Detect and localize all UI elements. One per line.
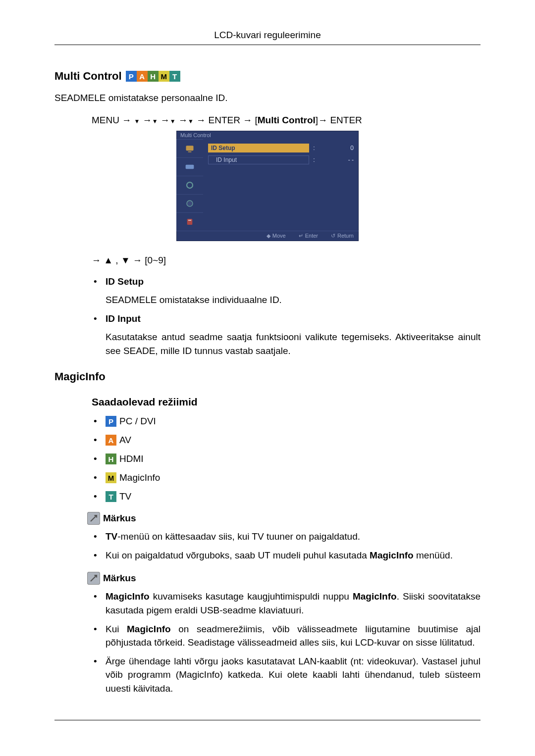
- multi-control-items: ID Setup SEADMELE omistatakse individuaa…: [92, 275, 481, 358]
- note1-mi-pre: Kui on paigaldatud võrguboks, saab UT mu…: [106, 550, 370, 560]
- osd-id-setup-value: 0: [319, 145, 354, 151]
- list-item: T TV: [92, 491, 481, 502]
- arrow-icon: →: [160, 115, 170, 126]
- path-prefix: MENU →: [92, 115, 131, 125]
- mode-list: P PC / DVI A AV H HDMI M MagicInfo T TV: [92, 416, 481, 502]
- badge-a-icon: A: [106, 435, 116, 446]
- section-title-text: Multi Control: [54, 70, 122, 83]
- osd-main: ID Setup : 0 ID Input : - -: [203, 139, 359, 231]
- note1-tv-rest: -menüü on kättesaadav siis, kui TV tuune…: [117, 531, 360, 542]
- badge-t-icon: T: [106, 491, 116, 502]
- svg-point-3: [187, 182, 193, 188]
- list-item: H HDMI: [92, 454, 481, 464]
- osd-row-id-setup: ID Setup : 0: [208, 142, 354, 154]
- note2-0-b1: MagicInfo: [106, 591, 150, 602]
- id-input-desc: Kasutatakse antud seadme saatja funktsio…: [106, 330, 481, 357]
- osd-row-id-input: ID Input : - -: [208, 154, 354, 166]
- mode-pc-dvi-label: PC / DVI: [119, 416, 156, 427]
- mode-hdmi-label: HDMI: [119, 454, 144, 464]
- note-icon: [87, 512, 100, 525]
- list-item: ID Input Kasutatakse antud seadme saatja…: [92, 312, 481, 358]
- notes-list-2: MagicInfo kuvamiseks kasutage kaugjuhtim…: [92, 590, 481, 695]
- arrow-icon: →: [178, 115, 188, 126]
- svg-rect-0: [186, 146, 194, 151]
- nav-range: → ▲ , ▼ → [0~9]: [92, 255, 481, 266]
- list-item: TV-menüü on kättesaadav siis, kui TV tuu…: [92, 530, 481, 544]
- badge-h-icon: H: [148, 71, 159, 82]
- notes-list-1: TV-menüü on kättesaadav siis, kui TV tuu…: [92, 530, 481, 562]
- note-icon: [87, 572, 100, 585]
- note1-tv-bold: TV: [106, 531, 117, 542]
- page-header: LCD-kuvari reguleerimine: [54, 30, 481, 45]
- badge-h-icon: H: [106, 454, 116, 464]
- note-heading-2: Märkus: [87, 572, 481, 585]
- path-enter1: → ENTER → [: [196, 115, 258, 125]
- section-multi-control-title: Multi Control P A H M T: [54, 70, 481, 83]
- osd-footer-return: Return: [331, 233, 354, 239]
- section-magicinfo-title: MagicInfo: [54, 370, 481, 383]
- note2-1-pre: Kui: [106, 624, 127, 634]
- multi-control-intro: SEADMELE omistatakse personaalne ID.: [54, 92, 481, 105]
- down-arrow-icon: [188, 115, 194, 125]
- footer-rule: [54, 720, 481, 720]
- magicinfo-title-text: MagicInfo: [54, 370, 106, 383]
- svg-rect-1: [188, 151, 192, 152]
- list-item: Kui MagicInfo on seadmerežiimis, võib vä…: [92, 622, 481, 650]
- down-arrow-icon: [134, 115, 140, 125]
- down-arrow-icon: [170, 115, 176, 125]
- path-label: Multi Control: [258, 115, 316, 125]
- badge-p-icon: P: [106, 416, 116, 427]
- osd-id-setup-label: ID Setup: [208, 144, 309, 152]
- note-heading-1: Märkus: [87, 512, 481, 525]
- osd-side-input-icon: [176, 157, 203, 176]
- list-item: Ärge ühendage lahti võrgu jaoks kasutata…: [92, 655, 481, 696]
- path-enter2: ]→ ENTER: [316, 115, 362, 125]
- available-modes-title: Saadaolevad režiimid: [92, 396, 481, 408]
- badge-m-icon: M: [106, 472, 116, 483]
- osd-footer-move: Move: [267, 233, 286, 239]
- osd-side-doc-icon: [176, 212, 203, 231]
- badge-m-icon: M: [159, 71, 169, 82]
- mode-av-label: AV: [119, 435, 131, 446]
- badge-a-icon: A: [137, 71, 148, 82]
- menu-navigation-path: MENU → → → → → ENTER → [Multi Control]→ …: [92, 115, 481, 126]
- id-setup-title: ID Setup: [106, 276, 144, 287]
- id-setup-desc: SEADMELE omistatakse individuaalne ID.: [106, 293, 481, 307]
- id-input-title: ID Input: [106, 313, 141, 324]
- mode-magicinfo-label: MagicInfo: [119, 472, 160, 483]
- note2-0-mid: kuvamiseks kasutage kaugjuhtimispuldi nu…: [150, 591, 353, 602]
- osd-side-circle2-icon: [176, 194, 203, 212]
- list-item: Kui on paigaldatud võrguboks, saab UT mu…: [92, 549, 481, 562]
- list-item: ID Setup SEADMELE omistatakse individuaa…: [92, 275, 481, 307]
- note2-0-b2: MagicInfo: [353, 591, 397, 602]
- osd-sidebar: [176, 139, 203, 231]
- arrow-icon: →: [143, 115, 152, 126]
- osd-side-picture-icon: [176, 139, 203, 157]
- osd-footer-enter: Enter: [299, 233, 318, 239]
- note1-mi-post: menüüd.: [414, 550, 453, 560]
- note-label-2: Märkus: [103, 573, 136, 584]
- note-label-1: Märkus: [103, 513, 136, 524]
- svg-rect-2: [186, 164, 194, 168]
- badge-p-icon: P: [126, 71, 137, 82]
- list-item: MagicInfo kuvamiseks kasutage kaugjuhtim…: [92, 590, 481, 617]
- osd-side-circle1-icon: [176, 176, 203, 194]
- svg-rect-6: [188, 220, 191, 221]
- list-item: A AV: [92, 435, 481, 446]
- osd-title: Multi Control: [176, 131, 359, 139]
- mode-tv-label: TV: [119, 491, 131, 502]
- badge-t-icon: T: [169, 71, 180, 82]
- osd-screenshot: Multi Control: [176, 131, 359, 241]
- note2-1-bold: MagicInfo: [127, 624, 171, 634]
- osd-colon: :: [312, 145, 316, 151]
- note1-mi-bold: MagicInfo: [370, 550, 414, 560]
- mode-badges: P A H M T: [126, 71, 180, 82]
- osd-id-input-label: ID Input: [208, 155, 309, 164]
- list-item: M MagicInfo: [92, 472, 481, 483]
- svg-rect-5: [187, 219, 193, 225]
- note2-2-plain: Ärge ühendage lahti võrgu jaoks kasutata…: [106, 656, 481, 694]
- list-item: P PC / DVI: [92, 416, 481, 427]
- osd-footer: Move Enter Return: [176, 231, 359, 241]
- osd-id-input-value: - -: [319, 156, 354, 163]
- down-arrow-icon: [152, 115, 158, 125]
